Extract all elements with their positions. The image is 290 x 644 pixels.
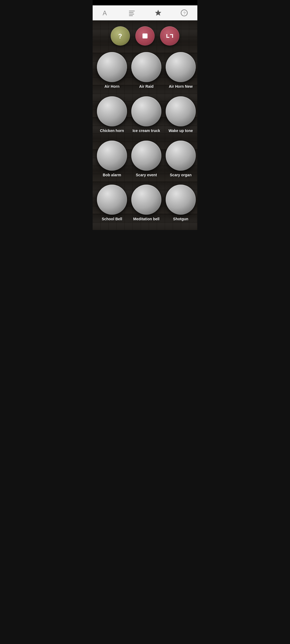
- sound-label-scary-organ: Scary organ: [170, 173, 192, 177]
- button-inner-meditation-bell: [134, 188, 158, 212]
- sound-label-ice-cream-truck: Ice cream truck: [133, 129, 160, 133]
- sound-item-scary-organ[interactable]: Scary organ: [165, 138, 197, 181]
- svg-text:A: A: [103, 10, 107, 17]
- control-row: ?: [95, 23, 195, 50]
- sound-grid: Air HornAir RaidAir Horn NewChicken horn…: [95, 50, 195, 225]
- button-inner-chicken-horn: [100, 99, 124, 123]
- stop-icon: [141, 32, 149, 40]
- sound-item-air-horn-new[interactable]: Air Horn New: [165, 50, 197, 92]
- button-ring-scary-organ: [166, 141, 196, 171]
- sound-label-chicken-horn: Chicken horn: [100, 129, 124, 133]
- sound-label-air-horn-new: Air Horn New: [169, 84, 193, 89]
- sound-item-school-bell[interactable]: School Bell: [96, 182, 128, 225]
- stop-button[interactable]: [135, 26, 155, 46]
- tab-list[interactable]: [125, 6, 138, 19]
- question-button[interactable]: ?: [111, 26, 130, 46]
- svg-rect-4: [129, 15, 133, 16]
- sound-item-ice-cream-truck[interactable]: Ice cream truck: [130, 94, 162, 136]
- repeat-button[interactable]: [160, 26, 179, 46]
- question-icon: ?: [116, 32, 125, 40]
- svg-rect-2: [129, 12, 133, 13]
- repeat-icon: [165, 32, 174, 40]
- button-ring-ice-cream-truck: [131, 96, 161, 126]
- tab-font[interactable]: A: [99, 6, 112, 19]
- sound-item-bob-alarm[interactable]: Bob alarm: [96, 138, 128, 181]
- sound-label-bob-alarm: Bob alarm: [103, 173, 121, 177]
- help-icon: ?: [180, 9, 188, 17]
- tab-favorites[interactable]: [152, 6, 165, 19]
- button-ring-air-raid: [131, 52, 161, 82]
- button-ring-air-horn: [97, 52, 127, 82]
- button-ring-chicken-horn: [97, 96, 127, 126]
- list-icon: [128, 9, 136, 17]
- top-nav: A ?: [93, 5, 197, 20]
- sound-label-school-bell: School Bell: [102, 217, 122, 221]
- sound-item-scary-event[interactable]: Scary event: [130, 138, 162, 181]
- button-inner-air-horn: [100, 55, 124, 79]
- sound-label-air-horn: Air Horn: [104, 84, 119, 89]
- sound-label-air-raid: Air Raid: [139, 84, 154, 89]
- sound-item-chicken-horn[interactable]: Chicken horn: [96, 94, 128, 136]
- main-content: ? Air HornAir RaidAir Horn NewChicken ho…: [93, 20, 197, 230]
- tab-help[interactable]: ?: [178, 6, 191, 19]
- button-inner-shotgun: [169, 188, 193, 212]
- status-bar: [93, 0, 197, 5]
- svg-text:?: ?: [118, 32, 122, 40]
- button-ring-meditation-bell: [131, 185, 161, 215]
- button-inner-school-bell: [100, 188, 124, 212]
- button-inner-scary-organ: [169, 144, 193, 168]
- svg-rect-1: [129, 10, 135, 11]
- button-ring-shotgun: [166, 185, 196, 215]
- sound-label-meditation-bell: Meditation bell: [133, 217, 160, 221]
- sound-item-meditation-bell[interactable]: Meditation bell: [130, 182, 162, 225]
- button-ring-bob-alarm: [97, 141, 127, 171]
- svg-marker-5: [155, 10, 161, 16]
- button-inner-air-horn-new: [169, 55, 193, 79]
- svg-rect-3: [129, 14, 134, 14]
- sound-label-wake-up-tone: Wake up tone: [169, 129, 193, 133]
- button-ring-school-bell: [97, 185, 127, 215]
- button-inner-ice-cream-truck: [134, 99, 158, 123]
- button-inner-bob-alarm: [100, 144, 124, 168]
- sound-item-wake-up-tone[interactable]: Wake up tone: [165, 94, 197, 136]
- sound-item-shotgun[interactable]: Shotgun: [165, 182, 197, 225]
- svg-text:?: ?: [183, 10, 186, 15]
- button-inner-air-raid: [134, 55, 158, 79]
- button-ring-scary-event: [131, 141, 161, 171]
- sound-label-scary-event: Scary event: [136, 173, 157, 177]
- button-inner-wake-up-tone: [169, 99, 193, 123]
- button-ring-air-horn-new: [166, 52, 196, 82]
- svg-rect-9: [143, 34, 148, 39]
- sound-item-air-horn[interactable]: Air Horn: [96, 50, 128, 92]
- sound-item-air-raid[interactable]: Air Raid: [130, 50, 162, 92]
- star-icon: [154, 9, 162, 17]
- button-ring-wake-up-tone: [166, 96, 196, 126]
- button-inner-scary-event: [134, 144, 158, 168]
- font-icon: A: [102, 9, 110, 17]
- sound-label-shotgun: Shotgun: [173, 217, 189, 221]
